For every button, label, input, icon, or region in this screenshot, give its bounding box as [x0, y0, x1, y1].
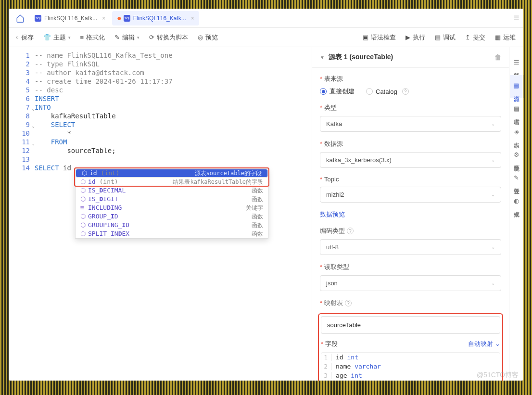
autocomplete-item[interactable]: ⬡IS_DECIMAL函数	[76, 186, 268, 195]
check-icon: ▣	[363, 34, 368, 41]
autocomplete-item[interactable]: ⬡SPLIT_INDEX函数	[76, 229, 268, 238]
tab-label: FlinkSQL116_Kafk...	[133, 15, 186, 22]
rail-item[interactable]: ⚙环境参数	[510, 144, 523, 167]
delete-icon[interactable]: 🗑	[494, 53, 501, 61]
tab-1[interactable]: sql FlinkSQL116_Kafk... ×	[30, 12, 110, 25]
chevron-down-icon: ⌄	[491, 192, 495, 197]
debug-button[interactable]: ▤调试	[435, 33, 456, 42]
rail-item[interactable]: ☰任务详情	[510, 52, 523, 75]
type-select[interactable]: Kafka⌄	[320, 116, 501, 132]
help-icon[interactable]: ?	[345, 300, 352, 306]
convert-icon: ⟳	[149, 34, 154, 41]
edit-button[interactable]: ✎编辑▾	[114, 33, 139, 42]
autocomplete-item[interactable]: ≡INCLUDING关键字	[76, 204, 268, 212]
code-editor[interactable]: 1234567⌄89⌄1011⌄121314 -- name FlinkSQL1…	[9, 47, 312, 381]
ops-button[interactable]: ▦运维	[495, 33, 516, 42]
theme-icon: 👕	[43, 34, 51, 41]
datasource-select[interactable]: kafka_3x_kerberos(3.x)⌄	[320, 152, 501, 168]
panel-title: 源表 1 (sourceTable)	[329, 53, 393, 62]
run-button[interactable]: ▶执行	[405, 33, 425, 42]
data-preview-link[interactable]: 数据预览	[320, 211, 345, 218]
toolbar: ▫保存 👕主题▾ ≡格式化 ✎编辑▾ ⟳转换为脚本 ◎预览 ▣语法检查 ▶执行 …	[9, 28, 523, 47]
play-icon: ▶	[405, 34, 410, 41]
help-icon[interactable]: ?	[347, 228, 354, 234]
save-icon: ▫	[16, 34, 19, 41]
auto-map-link[interactable]: 自动映射 ⌄	[468, 340, 500, 348]
app-window: sql FlinkSQL116_Kafk... × ● sql FlinkSQL…	[9, 9, 523, 381]
help-icon[interactable]: ?	[402, 88, 409, 95]
format-icon: ≡	[80, 34, 84, 41]
datasource-label: 数据源	[324, 140, 343, 147]
map-table-label: 映射表	[324, 299, 343, 306]
ops-icon: ▦	[495, 34, 501, 41]
read-type-select[interactable]: json⌄	[320, 275, 501, 291]
preview-icon: ◎	[198, 34, 203, 41]
autocomplete-item[interactable]: ⬡IS_DIGIT函数	[76, 195, 268, 204]
map-highlight-box: sourceTable *字段 自动映射 ⌄ 1id int2name varc…	[318, 313, 503, 381]
save-button[interactable]: ▫保存	[16, 33, 34, 42]
rail-item[interactable]: ◈维表	[510, 121, 523, 144]
tab-2[interactable]: ● sql FlinkSQL116_Kafk... ×	[112, 11, 199, 25]
tab-bar: sql FlinkSQL116_Kafk... × ● sql FlinkSQL…	[9, 9, 523, 28]
rail-item[interactable]: ◐批模式	[510, 191, 523, 214]
encoding-select[interactable]: utf-8⌄	[320, 239, 501, 255]
edit-icon: ✎	[114, 34, 120, 41]
syntax-button[interactable]: ▣语法检查	[363, 33, 396, 42]
topic-select[interactable]: mizhi2⌄	[320, 187, 501, 203]
preview-button[interactable]: ◎预览	[198, 33, 218, 42]
format-button[interactable]: ≡格式化	[80, 33, 105, 42]
chevron-down-icon: ⌄	[491, 244, 495, 250]
chevron-down-icon: ⌄	[491, 280, 495, 286]
close-icon[interactable]: ×	[102, 15, 105, 22]
sql-badge-icon: sql	[35, 15, 41, 22]
theme-button[interactable]: 👕主题▾	[43, 33, 71, 42]
map-table-input[interactable]: sourceTable	[321, 316, 500, 334]
collapse-icon[interactable]: ▼	[320, 55, 325, 60]
source-label: 表来源	[324, 75, 343, 82]
autocomplete-item[interactable]: ⬡id (int)源表sourceTable的字段	[76, 169, 268, 178]
debug-icon: ▤	[435, 34, 441, 41]
radio-catalog[interactable]: Catalog?	[366, 88, 409, 95]
rail-item[interactable]: ✎任务设置	[510, 167, 523, 191]
chevron-down-icon: ⌄	[491, 157, 495, 163]
radio-direct[interactable]: 直接创建	[320, 87, 355, 96]
read-type-label: 读取类型	[324, 263, 349, 270]
right-rail: ☰任务详情▤源表▤结果表◈维表⚙环境参数✎任务设置◐批模式	[509, 47, 523, 381]
autocomplete-item[interactable]: ⬡GROUPING_ID函数	[76, 221, 268, 229]
chevron-down-icon: ⌄	[491, 121, 495, 127]
rail-item[interactable]: ▤源表	[510, 75, 524, 98]
chevron-down-icon: ▾	[68, 35, 71, 40]
right-panel: ▼ 源表 1 (sourceTable) 🗑 *表来源 直接创建 Catalog…	[312, 47, 509, 381]
submit-button[interactable]: ↥提交	[465, 33, 485, 42]
rail-item[interactable]: ▤结果表	[510, 98, 523, 121]
autocomplete-item[interactable]: ⬡id (int)结果表kafkaResultTable的字段	[76, 178, 268, 186]
dirty-dot-icon: ●	[117, 14, 122, 23]
close-icon[interactable]: ×	[191, 15, 194, 22]
sql-badge-icon: sql	[124, 15, 130, 22]
menu-icon[interactable]: ☰	[514, 14, 519, 22]
watermark: @51CTO博客	[477, 371, 519, 380]
autocomplete-item[interactable]: ⬡GROUP_ID函数	[76, 212, 268, 221]
chevron-down-icon: ▾	[137, 35, 139, 40]
upload-icon: ↥	[465, 34, 470, 41]
type-label: 类型	[324, 104, 337, 111]
schema-editor[interactable]: 1id int2name varchar3age int	[321, 352, 500, 381]
field-label: 字段	[325, 340, 338, 347]
convert-button[interactable]: ⟳转换为脚本	[149, 33, 188, 42]
encoding-label: 编码类型	[320, 227, 345, 234]
topic-label: Topic	[324, 176, 339, 183]
tab-label: FlinkSQL116_Kafk...	[44, 15, 97, 22]
autocomplete-popup[interactable]: ⬡id (int)源表sourceTable的字段⬡id (int)结果表kaf…	[75, 168, 268, 239]
home-button[interactable]	[13, 12, 28, 25]
